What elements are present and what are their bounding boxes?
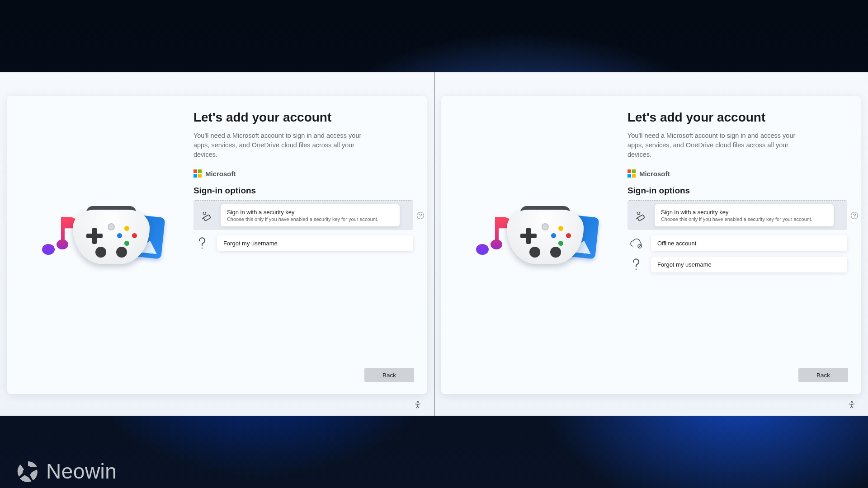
game-controller-icon	[73, 210, 150, 264]
option-title: Forgot my username	[657, 261, 841, 268]
security-key-icon	[631, 209, 648, 222]
svg-line-9	[638, 245, 641, 248]
option-desc: Choose this only if you have enabled a s…	[227, 216, 393, 222]
option-desc: Choose this only if you have enabled a s…	[661, 216, 827, 222]
comparison-stage: Let's add your account You'll need a Mic…	[0, 72, 868, 416]
option-security-key[interactable]: Sign in with a security key Choose this …	[193, 200, 413, 230]
svg-point-3	[202, 247, 203, 249]
svg-rect-7	[637, 215, 645, 221]
option-offline-account[interactable]: Offline account	[627, 235, 847, 251]
svg-rect-2	[203, 215, 211, 221]
account-hero-illustration	[44, 204, 170, 286]
option-offline-card[interactable]: Offline account	[651, 235, 847, 251]
back-button[interactable]: Back	[364, 368, 414, 382]
option-title: Sign in with a security key	[661, 209, 827, 216]
svg-point-1	[205, 212, 206, 213]
game-controller-icon	[507, 210, 584, 264]
question-mark-icon	[193, 237, 211, 250]
svg-point-0	[203, 212, 203, 213]
back-button[interactable]: Back	[798, 368, 848, 382]
option-security-key[interactable]: Sign in with a security key Choose this …	[627, 200, 847, 230]
neowin-watermark: Neowin	[16, 459, 117, 483]
svg-point-11	[851, 401, 852, 403]
help-icon[interactable]: ?	[417, 212, 424, 219]
option-title: Sign in with a security key	[227, 209, 393, 216]
question-mark-icon	[627, 258, 645, 271]
option-security-key-card[interactable]: Sign in with a security key Choose this …	[221, 204, 400, 226]
neowin-logo-icon	[16, 460, 40, 483]
security-key-icon	[197, 209, 214, 222]
illustration-area	[21, 106, 193, 384]
option-forgot-username[interactable]: Forgot my username	[193, 235, 413, 251]
page-title: Let's add your account	[193, 110, 413, 125]
option-forgot-card[interactable]: Forgot my username	[217, 235, 413, 251]
oobe-screen-right: Let's add your account You'll need a Mic…	[434, 72, 868, 416]
signin-options-heading: Sign-in options	[627, 186, 847, 196]
svg-point-4	[417, 401, 418, 403]
signin-options-heading: Sign-in options	[193, 186, 413, 196]
svg-point-6	[639, 212, 640, 213]
page-title: Let's add your account	[627, 110, 847, 125]
content-panel: Let's add your account You'll need a Mic…	[441, 96, 861, 394]
microsoft-label: Microsoft	[639, 170, 670, 178]
microsoft-label: Microsoft	[205, 170, 236, 178]
microsoft-brand: Microsoft	[193, 169, 413, 178]
cloud-offline-icon	[627, 238, 645, 249]
accessibility-icon[interactable]	[413, 400, 422, 409]
option-security-key-card[interactable]: Sign in with a security key Choose this …	[655, 204, 834, 226]
microsoft-logo-icon	[193, 169, 202, 178]
page-description: You'll need a Microsoft account to sign …	[627, 131, 799, 160]
microsoft-logo-icon	[627, 169, 636, 178]
illustration-area	[455, 106, 627, 384]
content-panel: Let's add your account You'll need a Mic…	[7, 96, 427, 394]
option-forgot-username[interactable]: Forgot my username	[627, 257, 847, 272]
option-title: Offline account	[657, 240, 841, 247]
oobe-screen-left: Let's add your account You'll need a Mic…	[0, 72, 434, 416]
option-title: Forgot my username	[223, 240, 407, 247]
page-description: You'll need a Microsoft account to sign …	[193, 131, 365, 160]
accessibility-icon[interactable]	[847, 400, 856, 409]
svg-point-5	[637, 212, 637, 213]
option-forgot-card[interactable]: Forgot my username	[651, 257, 847, 272]
help-icon[interactable]: ?	[851, 212, 858, 219]
svg-point-10	[636, 268, 637, 270]
neowin-text: Neowin	[46, 459, 117, 483]
account-hero-illustration	[478, 204, 604, 286]
microsoft-brand: Microsoft	[627, 169, 847, 178]
comparison-divider	[434, 72, 435, 416]
